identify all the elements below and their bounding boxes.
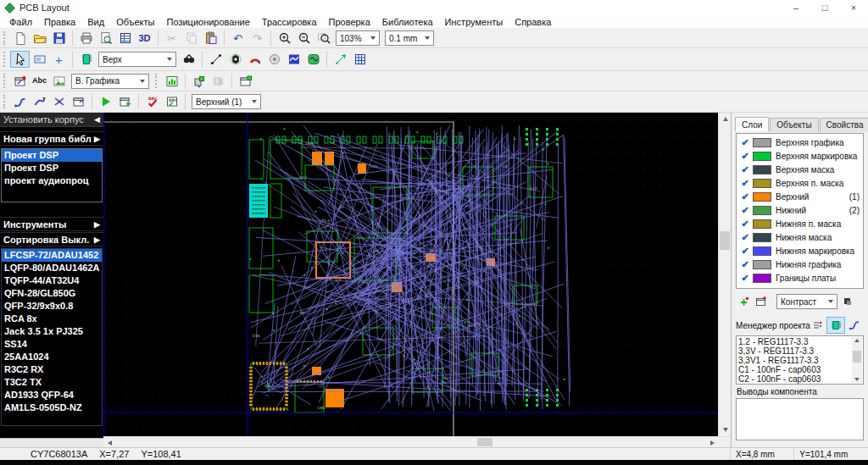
- scroll-up-icon[interactable]: [852, 336, 862, 345]
- toolbar-grip[interactable]: [3, 31, 8, 44]
- route-trace-button[interactable]: [10, 93, 30, 110]
- component-list-item[interactable]: RCA 8x: [2, 313, 102, 325]
- scroll-up-icon[interactable]: [719, 113, 732, 125]
- collapse-left-icon[interactable]: ◀: [94, 115, 100, 124]
- layer-color-swatch[interactable]: [753, 138, 771, 147]
- manager-item[interactable]: 3,3V1 - REG1117-3.3: [738, 356, 863, 365]
- layer-color-swatch[interactable]: [753, 233, 771, 242]
- layer-color-swatch[interactable]: [753, 246, 771, 256]
- layer-visible-checkbox[interactable]: [737, 178, 753, 189]
- menu-item[interactable]: Позиционирование: [161, 17, 256, 27]
- layer-visible-checkbox[interactable]: [737, 164, 753, 175]
- layer-row[interactable]: Верхняя графика: [737, 136, 862, 149]
- layer-visible-checkbox[interactable]: [737, 137, 753, 148]
- paste-icon[interactable]: [201, 30, 220, 47]
- library-group-item[interactable]: Проект DSP: [2, 149, 102, 162]
- manager-components-button[interactable]: [826, 317, 845, 334]
- restore-button[interactable]: [810, 0, 839, 15]
- undo-button[interactable]: ↶: [228, 30, 248, 47]
- project-manager-list[interactable]: 1.2 - REG1117-3.33,3V - REG1117-3.33,3V1…: [736, 335, 864, 385]
- menu-item[interactable]: Библиотека: [376, 17, 439, 27]
- open-file-button[interactable]: [30, 30, 49, 47]
- graphics-layer-select[interactable]: В. Графика: [71, 74, 149, 89]
- menu-item[interactable]: Проверка: [323, 17, 376, 27]
- layer-visible-checkbox[interactable]: [737, 151, 753, 162]
- drc-check-button[interactable]: DRC: [142, 93, 162, 110]
- manager-scrollbar[interactable]: [852, 337, 862, 383]
- zoom-window-button[interactable]: [314, 30, 333, 47]
- toolbar-grip[interactable]: [3, 74, 8, 87]
- library-group-item[interactable]: проект аудиопроц: [2, 174, 102, 187]
- layer-color-swatch[interactable]: [753, 192, 771, 202]
- place-component-header[interactable]: Установить корпус ◀: [0, 113, 103, 127]
- component-list-item[interactable]: 25AA1024: [2, 351, 102, 363]
- layer-visible-checkbox[interactable]: [737, 232, 753, 243]
- component-pins-box[interactable]: [736, 398, 864, 440]
- autorouter-setup-button[interactable]: [115, 93, 135, 110]
- origin-tool-button[interactable]: +: [49, 51, 69, 68]
- run-autorouter-button[interactable]: [96, 93, 115, 110]
- layer-row[interactable]: Верхняя п. маска: [737, 176, 862, 190]
- board-side-select[interactable]: Верх: [98, 52, 176, 67]
- manager-item[interactable]: C3 - 100nF - cap0603: [738, 384, 863, 385]
- component-list-item[interactable]: AM1LS-0505D-NZ: [2, 401, 102, 414]
- statistics-button[interactable]: [162, 73, 181, 90]
- cut-icon[interactable]: ✂: [162, 30, 181, 47]
- measure-tool-button[interactable]: [331, 51, 350, 68]
- manager-nets-button[interactable]: [845, 317, 864, 334]
- place-image-button[interactable]: [49, 73, 69, 90]
- toolbar-grip[interactable]: [3, 95, 8, 109]
- update-component-button[interactable]: [189, 73, 209, 90]
- component-list-item[interactable]: AD1933 QFP-64: [2, 389, 102, 401]
- new-library-group-button[interactable]: Новая группа библ ▶: [0, 131, 103, 146]
- library-group-list[interactable]: Проект DSPПроект DSPпроект аудиопроц: [1, 148, 103, 202]
- minimize-button[interactable]: [782, 0, 810, 15]
- place-copper-pour-button[interactable]: [284, 51, 303, 68]
- manager-scroll-thumb[interactable]: [853, 351, 861, 363]
- search-icon[interactable]: [179, 51, 198, 68]
- print-preview-button[interactable]: [96, 30, 115, 47]
- place-arc-button[interactable]: [245, 51, 264, 68]
- panel-tab[interactable]: Объекты: [770, 118, 818, 132]
- scroll-down-icon[interactable]: [852, 375, 862, 384]
- layer-color-swatch[interactable]: [753, 219, 771, 229]
- new-file-button[interactable]: [10, 30, 30, 47]
- component-list-item[interactable]: LQFP-80/ADAU1462A: [2, 262, 102, 274]
- layer-row[interactable]: Верхний (1): [737, 190, 862, 203]
- component-list[interactable]: LFCSP-72/ADAU1452LQFP-80/ADAU1462ATQFP-4…: [1, 248, 103, 426]
- component-list-item[interactable]: Jack 3.5 1x PJ325: [2, 325, 102, 338]
- layer-visible-checkbox[interactable]: [737, 205, 753, 216]
- layer-row[interactable]: Нижняя маркировка: [737, 244, 862, 257]
- scroll-down-icon[interactable]: [719, 423, 732, 436]
- place-line-button[interactable]: [206, 51, 225, 68]
- route-curve-button[interactable]: [30, 93, 49, 110]
- save-file-button[interactable]: [49, 30, 69, 47]
- zoom-in-button[interactable]: [275, 30, 294, 47]
- redo-button[interactable]: ↷: [248, 30, 267, 47]
- zoom-level-select[interactable]: 103%: [336, 30, 380, 46]
- canvas-vscrollbar[interactable]: [718, 113, 731, 436]
- component-list-item[interactable]: QFN-28/GL850G: [2, 287, 102, 300]
- layer-row[interactable]: Нижний (2): [737, 203, 862, 217]
- 3d-view-button[interactable]: 3D: [135, 30, 154, 47]
- component-list-item[interactable]: QFP-32/9x9x0.8: [2, 300, 102, 313]
- layer-color-swatch[interactable]: [753, 165, 771, 174]
- component-list-item[interactable]: SS14: [2, 338, 102, 351]
- place-circle-button[interactable]: [264, 51, 284, 68]
- contrast-options-icon[interactable]: [840, 293, 855, 310]
- place-text-button[interactable]: Abc: [30, 73, 49, 90]
- menu-item[interactable]: Объекты: [110, 17, 160, 27]
- grid-table-button[interactable]: [350, 51, 370, 68]
- select-tool-button[interactable]: [10, 51, 30, 68]
- grid-size-select[interactable]: 0.1 mm: [385, 30, 434, 46]
- drc-report-button[interactable]: DRC: [162, 93, 181, 110]
- place-via-button[interactable]: [225, 51, 245, 68]
- component-markers-button[interactable]: [30, 51, 49, 68]
- layer-row[interactable]: Границы платы: [737, 271, 862, 285]
- placement-setup-button[interactable]: [236, 73, 255, 90]
- menu-item[interactable]: Вид: [81, 17, 110, 27]
- close-button[interactable]: [839, 0, 868, 15]
- edit-pad-button[interactable]: [10, 73, 30, 90]
- layer-color-swatch[interactable]: [753, 179, 771, 188]
- add-layer-button[interactable]: [736, 293, 753, 310]
